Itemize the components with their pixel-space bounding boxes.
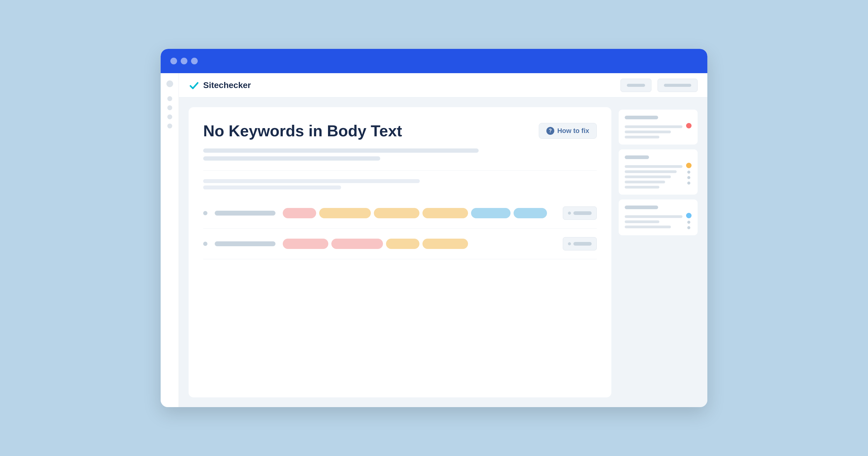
desc-line-1 (203, 149, 478, 153)
desc-line-2 (203, 156, 380, 161)
right-mini-bar (625, 175, 671, 178)
content-wrapper: Sitechecker No Keywords in Body Text (179, 73, 707, 407)
right-mini-bar (625, 170, 677, 173)
sidebar-avatar (166, 80, 173, 87)
keyword-tag-orange-4 (386, 239, 420, 249)
right-content-3 (625, 213, 691, 229)
table-header-area (203, 179, 597, 190)
row-url-bar (215, 211, 276, 216)
right-bar (625, 205, 658, 209)
question-icon: ? (546, 127, 554, 135)
right-mini-bar (625, 125, 682, 128)
row-indicator (203, 211, 208, 215)
card-header: No Keywords in Body Text ? How to fix (203, 122, 597, 140)
keyword-tag-orange-1 (319, 208, 371, 218)
right-mini-bars-1 (625, 125, 682, 138)
row-action-button-1[interactable] (563, 206, 597, 220)
right-section-2 (619, 150, 698, 195)
row-action-button-2[interactable] (563, 237, 597, 251)
right-row-header-2 (625, 156, 691, 159)
browser-titlebar (161, 49, 707, 73)
card-title: No Keywords in Body Text (203, 122, 402, 140)
right-status-dot-red (686, 123, 691, 128)
keyword-tag-orange-3 (423, 208, 468, 218)
sidebar-nav (167, 96, 172, 128)
description-area (203, 149, 597, 161)
row-indicator (203, 242, 208, 246)
right-status-dot-blue (686, 213, 691, 218)
right-panel (619, 107, 698, 397)
right-status-dot-orange (686, 163, 691, 168)
right-bar (625, 116, 658, 119)
logo-area: Sitechecker (189, 80, 614, 91)
traffic-light-close[interactable] (170, 58, 177, 64)
keyword-tag-pink-3 (331, 239, 383, 249)
header-button-2[interactable] (657, 78, 698, 92)
right-mini-bar (625, 181, 665, 183)
main-card: No Keywords in Body Text ? How to fix (189, 107, 611, 397)
traffic-light-maximize[interactable] (191, 58, 198, 64)
traffic-lights (170, 58, 198, 64)
table-row (203, 198, 597, 229)
keyword-tag-blue-1 (471, 208, 510, 218)
action-bar (574, 211, 592, 215)
keyword-tags-row2 (283, 239, 556, 249)
app-header: Sitechecker (179, 73, 707, 97)
keyword-tag-pink-1 (283, 208, 316, 218)
right-mini-bar (625, 226, 671, 228)
table-header-bar-1 (203, 179, 420, 183)
right-mini-bar (625, 136, 659, 138)
right-section2-dots (686, 163, 691, 189)
sidebar-dot-3[interactable] (167, 115, 172, 119)
action-dot (568, 211, 571, 215)
left-sidebar (161, 73, 179, 407)
row-url-bar (215, 241, 276, 246)
logo-icon (189, 80, 199, 91)
right-mini-bar (625, 165, 682, 168)
browser-window: Sitechecker No Keywords in Body Text (161, 49, 707, 407)
header-button-1[interactable] (620, 78, 651, 92)
right-mini-bars-2 (625, 165, 682, 189)
sidebar-dot-4[interactable] (167, 124, 172, 128)
how-to-fix-label: How to fix (557, 127, 589, 135)
right-mini-dot (687, 182, 690, 185)
table-header-bar-2 (203, 186, 341, 190)
action-dot (568, 242, 571, 245)
logo-text: Sitechecker (203, 80, 251, 90)
keyword-tag-orange-5 (423, 239, 468, 249)
keyword-tag-pink-2 (283, 239, 328, 249)
table-row (203, 229, 597, 259)
right-mini-bar (625, 131, 671, 133)
keyword-tag-orange-2 (374, 208, 420, 218)
right-bar (625, 156, 649, 159)
browser-body: Sitechecker No Keywords in Body Text (161, 73, 707, 407)
right-content-2 (625, 163, 691, 189)
action-bar (574, 242, 592, 246)
right-mini-dot (687, 221, 690, 224)
right-mini-dot (687, 171, 690, 174)
right-mini-dot (687, 176, 690, 179)
sidebar-dot-1[interactable] (167, 96, 172, 101)
content-area: No Keywords in Body Text ? How to fix (179, 97, 707, 407)
traffic-light-minimize[interactable] (181, 58, 187, 64)
right-content-1 (625, 123, 691, 138)
right-mini-bar (625, 186, 659, 189)
right-mini-bars-3 (625, 215, 682, 229)
keyword-tag-blue-2 (514, 208, 547, 218)
keyword-tags-row1 (283, 208, 556, 218)
right-section-3 (619, 199, 698, 235)
how-to-fix-button[interactable]: ? How to fix (539, 123, 597, 139)
right-section-1 (619, 109, 698, 144)
sidebar-dot-2[interactable] (167, 105, 172, 110)
right-section3-dots (686, 213, 691, 229)
right-row-header-3 (625, 205, 691, 209)
right-mini-dot (687, 226, 690, 229)
right-mini-bar (625, 220, 659, 223)
divider-1 (203, 170, 597, 171)
right-mini-bar (625, 215, 682, 218)
right-row-header-1 (625, 116, 691, 119)
